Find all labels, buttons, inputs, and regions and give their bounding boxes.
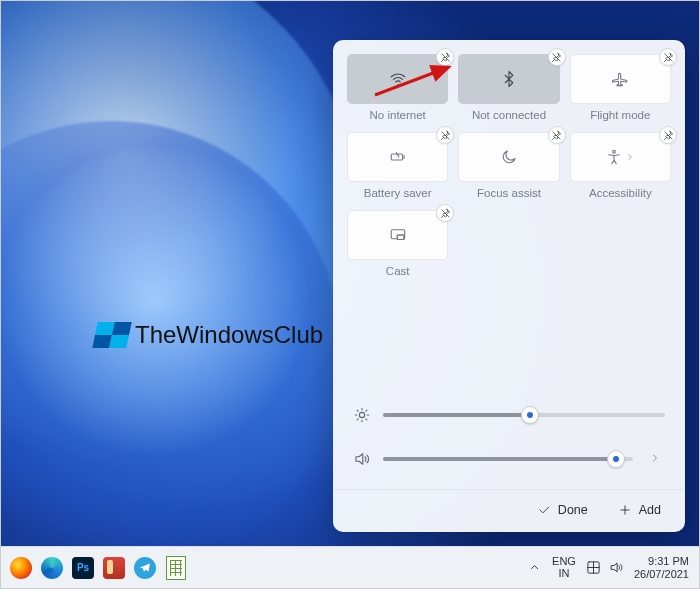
wifi-tile-label: No internet xyxy=(370,109,426,122)
battery-saver-tile-button[interactable] xyxy=(347,132,448,182)
watermark-text: TheWindowsClub xyxy=(135,321,323,349)
language-indicator[interactable]: ENG IN xyxy=(552,556,576,579)
brightness-slider[interactable] xyxy=(383,413,665,417)
unpin-icon xyxy=(551,130,562,141)
battery-saver-tile-label: Battery saver xyxy=(364,187,432,200)
svg-rect-0 xyxy=(391,154,402,160)
check-icon xyxy=(537,503,551,517)
volume-slider[interactable] xyxy=(383,457,633,461)
focus-assist-tile-label: Focus assist xyxy=(477,187,541,200)
unpin-bluetooth-button[interactable] xyxy=(548,48,566,66)
unpin-icon xyxy=(663,52,674,63)
accessibility-tile-button[interactable] xyxy=(570,132,671,182)
unpin-icon xyxy=(440,130,451,141)
taskbar-app-edge[interactable] xyxy=(38,554,66,582)
cast-icon xyxy=(389,226,407,244)
quick-settings-tiles: No internet Not connected Flight mode xyxy=(347,54,671,279)
bluetooth-tile-button[interactable] xyxy=(458,54,559,104)
tile-bluetooth: Not connected xyxy=(458,54,559,122)
taskbar-system-tray: ENG IN 9:31 PM 26/07/2021 xyxy=(527,555,699,580)
taskbar-pinned-apps: Ps xyxy=(1,554,190,582)
sliders-section xyxy=(347,391,671,481)
quick-settings-panel: No internet Not connected Flight mode xyxy=(333,40,685,532)
taskbar-app-ccleaner[interactable] xyxy=(100,554,128,582)
taskbar-app-telegram[interactable] xyxy=(131,554,159,582)
moon-icon xyxy=(500,148,518,166)
add-button-label: Add xyxy=(639,503,661,517)
battery-saver-icon xyxy=(389,148,407,166)
done-button-label: Done xyxy=(558,503,588,517)
accessibility-tile-label: Accessibility xyxy=(589,187,652,200)
tile-battery-saver: Battery saver xyxy=(347,132,448,200)
tile-focus-assist: Focus assist xyxy=(458,132,559,200)
chevron-right-icon xyxy=(625,152,635,162)
unpin-icon xyxy=(551,52,562,63)
brightness-slider-row xyxy=(353,393,665,437)
accessibility-icon xyxy=(605,148,623,166)
flightmode-tile-button[interactable] xyxy=(570,54,671,104)
taskbar: Ps ENG IN 9:31 PM 26/07/2021 xyxy=(1,546,699,588)
taskbar-app-photoshop[interactable]: Ps xyxy=(69,554,97,582)
speaker-icon xyxy=(353,450,371,468)
unpin-battery-saver-button[interactable] xyxy=(436,126,454,144)
add-button[interactable]: Add xyxy=(606,498,673,522)
wifi-icon xyxy=(389,70,407,88)
taskbar-app-firefox[interactable] xyxy=(7,554,35,582)
tile-accessibility: Accessibility xyxy=(570,132,671,200)
tile-wifi: No internet xyxy=(347,54,448,122)
quick-settings-tray-button[interactable] xyxy=(586,560,624,575)
unpin-flightmode-button[interactable] xyxy=(659,48,677,66)
unpin-focus-assist-button[interactable] xyxy=(548,126,566,144)
language-line1: ENG xyxy=(552,556,576,568)
clock-date: 26/07/2021 xyxy=(634,568,689,581)
plus-icon xyxy=(618,503,632,517)
tile-flightmode: Flight mode xyxy=(570,54,671,122)
taskbar-app-libreoffice-calc[interactable] xyxy=(162,554,190,582)
watermark: TheWindowsClub xyxy=(95,321,323,349)
unpin-icon xyxy=(440,52,451,63)
unpin-wifi-button[interactable] xyxy=(436,48,454,66)
language-line2: IN xyxy=(552,568,576,580)
tile-cast: Cast xyxy=(347,210,448,278)
network-tray-icon xyxy=(586,560,601,575)
flightmode-tile-label: Flight mode xyxy=(590,109,650,122)
bluetooth-icon xyxy=(500,70,518,88)
airplane-icon xyxy=(611,70,629,88)
volume-slider-row xyxy=(353,437,665,481)
svg-point-1 xyxy=(613,151,616,154)
unpin-icon xyxy=(440,208,451,219)
tray-overflow-chevron-icon[interactable] xyxy=(527,560,542,575)
taskbar-clock[interactable]: 9:31 PM 26/07/2021 xyxy=(634,555,689,580)
bluetooth-tile-label: Not connected xyxy=(472,109,546,122)
quick-settings-edit-bar: Done Add xyxy=(333,489,685,522)
volume-tray-icon xyxy=(609,560,624,575)
cast-tile-button[interactable] xyxy=(347,210,448,260)
watermark-logo-icon xyxy=(92,322,132,348)
unpin-icon xyxy=(663,130,674,141)
volume-flyout-button[interactable] xyxy=(645,452,665,467)
cast-tile-label: Cast xyxy=(386,265,410,278)
clock-time: 9:31 PM xyxy=(634,555,689,568)
wifi-tile-button[interactable] xyxy=(347,54,448,104)
focus-assist-tile-button[interactable] xyxy=(458,132,559,182)
unpin-accessibility-button[interactable] xyxy=(659,126,677,144)
brightness-icon xyxy=(353,406,371,424)
unpin-cast-button[interactable] xyxy=(436,204,454,222)
svg-point-5 xyxy=(359,412,364,417)
svg-rect-3 xyxy=(397,235,404,240)
done-button[interactable]: Done xyxy=(525,498,600,522)
